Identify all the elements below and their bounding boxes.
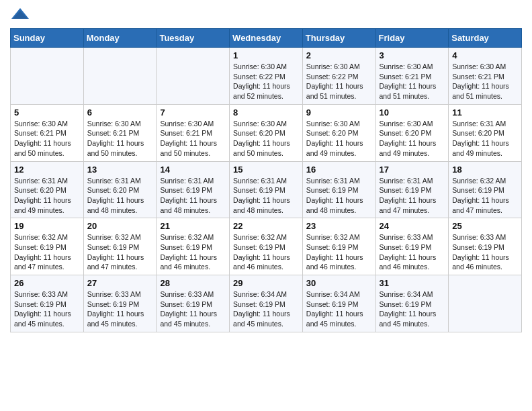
day-info: Sunrise: 6:34 AM Sunset: 6:19 PM Dayligh… <box>233 289 299 329</box>
day-header-sunday: Sunday <box>11 29 84 48</box>
day-cell: 1Sunrise: 6:30 AM Sunset: 6:22 PM Daylig… <box>230 48 303 105</box>
calendar-table: SundayMondayTuesdayWednesdayThursdayFrid… <box>10 28 522 332</box>
day-info: Sunrise: 6:33 AM Sunset: 6:19 PM Dayligh… <box>160 289 226 329</box>
day-info: Sunrise: 6:32 AM Sunset: 6:19 PM Dayligh… <box>452 176 518 216</box>
day-number: 10 <box>380 107 445 118</box>
day-header-monday: Monday <box>83 29 157 48</box>
day-info: Sunrise: 6:31 AM Sunset: 6:19 PM Dayligh… <box>380 176 445 216</box>
day-cell: 12Sunrise: 6:31 AM Sunset: 6:20 PM Dayli… <box>11 161 84 218</box>
day-cell: 15Sunrise: 6:31 AM Sunset: 6:19 PM Dayli… <box>230 161 303 218</box>
day-info: Sunrise: 6:30 AM Sunset: 6:21 PM Dayligh… <box>380 62 445 101</box>
day-cell: 29Sunrise: 6:34 AM Sunset: 6:19 PM Dayli… <box>230 275 303 332</box>
day-cell: 23Sunrise: 6:32 AM Sunset: 6:19 PM Dayli… <box>302 218 375 275</box>
day-cell: 3Sunrise: 6:30 AM Sunset: 6:21 PM Daylig… <box>375 48 449 105</box>
day-number: 7 <box>160 107 226 118</box>
day-info: Sunrise: 6:31 AM Sunset: 6:19 PM Dayligh… <box>306 176 372 216</box>
day-number: 15 <box>233 165 299 175</box>
day-number: 12 <box>14 165 80 175</box>
week-row-2: 5Sunrise: 6:30 AM Sunset: 6:21 PM Daylig… <box>11 104 522 161</box>
day-info: Sunrise: 6:32 AM Sunset: 6:19 PM Dayligh… <box>14 232 80 272</box>
day-number: 19 <box>14 221 80 231</box>
header-row: SundayMondayTuesdayWednesdayThursdayFrid… <box>11 29 522 48</box>
day-number: 9 <box>306 107 372 118</box>
day-number: 4 <box>452 50 518 60</box>
day-info: Sunrise: 6:32 AM Sunset: 6:19 PM Dayligh… <box>306 232 372 272</box>
page-container: SundayMondayTuesdayWednesdayThursdayFrid… <box>0 0 532 339</box>
day-info: Sunrise: 6:30 AM Sunset: 6:20 PM Dayligh… <box>233 119 299 158</box>
day-cell: 10Sunrise: 6:30 AM Sunset: 6:20 PM Dayli… <box>375 104 449 161</box>
day-info: Sunrise: 6:33 AM Sunset: 6:19 PM Dayligh… <box>14 289 80 329</box>
logo-icon <box>10 7 30 23</box>
day-info: Sunrise: 6:30 AM Sunset: 6:22 PM Dayligh… <box>233 62 299 101</box>
day-cell: 24Sunrise: 6:33 AM Sunset: 6:19 PM Dayli… <box>375 218 449 275</box>
day-cell: 6Sunrise: 6:30 AM Sunset: 6:21 PM Daylig… <box>83 104 157 161</box>
day-info: Sunrise: 6:31 AM Sunset: 6:19 PM Dayligh… <box>233 176 299 216</box>
day-info: Sunrise: 6:30 AM Sunset: 6:21 PM Dayligh… <box>87 119 153 158</box>
day-info: Sunrise: 6:31 AM Sunset: 6:20 PM Dayligh… <box>87 176 153 216</box>
day-info: Sunrise: 6:30 AM Sunset: 6:21 PM Dayligh… <box>160 119 226 158</box>
day-number: 25 <box>452 221 518 231</box>
day-cell: 5Sunrise: 6:30 AM Sunset: 6:21 PM Daylig… <box>11 104 84 161</box>
day-number: 21 <box>160 221 226 231</box>
day-number: 2 <box>306 50 372 60</box>
day-number: 23 <box>306 221 372 231</box>
day-cell: 20Sunrise: 6:32 AM Sunset: 6:19 PM Dayli… <box>83 218 157 275</box>
day-info: Sunrise: 6:30 AM Sunset: 6:21 PM Dayligh… <box>14 119 80 158</box>
day-cell: 31Sunrise: 6:34 AM Sunset: 6:19 PM Dayli… <box>375 275 449 332</box>
day-cell <box>11 48 84 105</box>
day-info: Sunrise: 6:33 AM Sunset: 6:19 PM Dayligh… <box>452 232 518 272</box>
day-info: Sunrise: 6:33 AM Sunset: 6:19 PM Dayligh… <box>87 289 153 329</box>
day-number: 22 <box>233 221 299 231</box>
day-info: Sunrise: 6:31 AM Sunset: 6:20 PM Dayligh… <box>452 119 518 158</box>
day-number: 11 <box>452 107 518 118</box>
day-info: Sunrise: 6:34 AM Sunset: 6:19 PM Dayligh… <box>380 289 445 329</box>
day-number: 28 <box>160 278 226 288</box>
day-number: 31 <box>380 278 445 288</box>
day-cell: 18Sunrise: 6:32 AM Sunset: 6:19 PM Dayli… <box>449 161 522 218</box>
day-number: 16 <box>306 165 372 175</box>
day-cell: 22Sunrise: 6:32 AM Sunset: 6:19 PM Dayli… <box>230 218 303 275</box>
day-cell: 27Sunrise: 6:33 AM Sunset: 6:19 PM Dayli… <box>83 275 157 332</box>
day-info: Sunrise: 6:30 AM Sunset: 6:20 PM Dayligh… <box>306 119 372 158</box>
week-row-3: 12Sunrise: 6:31 AM Sunset: 6:20 PM Dayli… <box>11 161 522 218</box>
day-cell: 9Sunrise: 6:30 AM Sunset: 6:20 PM Daylig… <box>302 104 375 161</box>
day-number: 1 <box>233 50 299 60</box>
day-number: 30 <box>306 278 372 288</box>
day-cell: 11Sunrise: 6:31 AM Sunset: 6:20 PM Dayli… <box>449 104 522 161</box>
day-number: 8 <box>233 107 299 118</box>
header <box>10 7 522 23</box>
day-number: 24 <box>380 221 445 231</box>
day-cell <box>449 275 522 332</box>
day-info: Sunrise: 6:31 AM Sunset: 6:19 PM Dayligh… <box>160 176 226 216</box>
day-header-saturday: Saturday <box>449 29 522 48</box>
day-number: 26 <box>14 278 80 288</box>
day-cell: 2Sunrise: 6:30 AM Sunset: 6:22 PM Daylig… <box>302 48 375 105</box>
day-cell: 16Sunrise: 6:31 AM Sunset: 6:19 PM Dayli… <box>302 161 375 218</box>
day-cell: 21Sunrise: 6:32 AM Sunset: 6:19 PM Dayli… <box>157 218 230 275</box>
day-number: 18 <box>452 165 518 175</box>
day-number: 17 <box>380 165 445 175</box>
day-cell: 13Sunrise: 6:31 AM Sunset: 6:20 PM Dayli… <box>83 161 157 218</box>
day-header-thursday: Thursday <box>302 29 375 48</box>
day-info: Sunrise: 6:32 AM Sunset: 6:19 PM Dayligh… <box>233 232 299 272</box>
day-number: 20 <box>87 221 153 231</box>
day-info: Sunrise: 6:32 AM Sunset: 6:19 PM Dayligh… <box>160 232 226 272</box>
day-number: 29 <box>233 278 299 288</box>
day-cell: 19Sunrise: 6:32 AM Sunset: 6:19 PM Dayli… <box>11 218 84 275</box>
week-row-5: 26Sunrise: 6:33 AM Sunset: 6:19 PM Dayli… <box>11 275 522 332</box>
day-number: 13 <box>87 165 153 175</box>
day-number: 5 <box>14 107 80 118</box>
day-cell: 4Sunrise: 6:30 AM Sunset: 6:21 PM Daylig… <box>449 48 522 105</box>
week-row-4: 19Sunrise: 6:32 AM Sunset: 6:19 PM Dayli… <box>11 218 522 275</box>
day-info: Sunrise: 6:30 AM Sunset: 6:22 PM Dayligh… <box>306 62 372 101</box>
day-header-tuesday: Tuesday <box>157 29 230 48</box>
week-row-1: 1Sunrise: 6:30 AM Sunset: 6:22 PM Daylig… <box>11 48 522 105</box>
day-cell: 28Sunrise: 6:33 AM Sunset: 6:19 PM Dayli… <box>157 275 230 332</box>
day-cell: 25Sunrise: 6:33 AM Sunset: 6:19 PM Dayli… <box>449 218 522 275</box>
day-cell: 17Sunrise: 6:31 AM Sunset: 6:19 PM Dayli… <box>375 161 449 218</box>
day-cell <box>157 48 230 105</box>
day-number: 14 <box>160 165 226 175</box>
day-number: 3 <box>380 50 445 60</box>
day-info: Sunrise: 6:34 AM Sunset: 6:19 PM Dayligh… <box>306 289 372 329</box>
day-header-friday: Friday <box>375 29 449 48</box>
